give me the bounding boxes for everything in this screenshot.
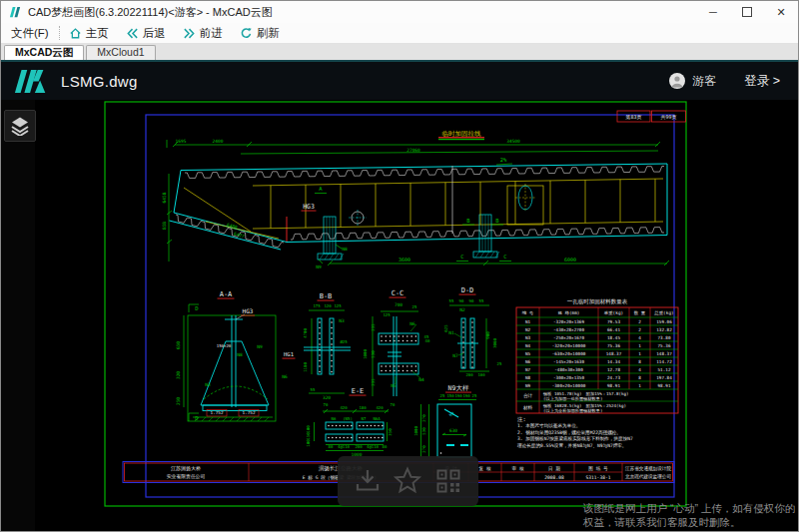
refresh-button[interactable]: 刷新 [240, 26, 280, 41]
cad-label: 6480 [227, 223, 239, 231]
cad-label: 70 [391, 402, 396, 407]
table-cell: N9 [525, 383, 531, 388]
cad-label: 1180 [303, 362, 308, 372]
cad-label: 40 [425, 338, 430, 343]
minimize-button[interactable]: ─ [696, 1, 730, 23]
titleblock-field-label: 复 核 [479, 466, 491, 472]
cad-label: 34500 [506, 139, 520, 144]
favorite-star-icon[interactable] [393, 466, 422, 496]
cad-label: 25 [412, 304, 417, 309]
cad-label: N3 [205, 382, 211, 387]
table-cell: -145×20×1630 [553, 359, 584, 364]
close-button[interactable]: ✕ [764, 1, 798, 23]
table-title: 一孔临时加固材料数量表 [567, 298, 628, 305]
download-icon[interactable] [354, 467, 382, 495]
note-line: 1. 本图尺寸均以毫米为单位。 [517, 423, 580, 429]
beam-elevation-view [167, 138, 669, 266]
cad-label: 270 [421, 445, 426, 453]
table-cell: -300×20×1350 [553, 375, 584, 380]
table-cell: 1 [638, 351, 641, 356]
table-cell: 148.37 [606, 351, 622, 356]
back-label: 后退 [143, 26, 166, 41]
note-line: 理论长度的0.55%设置，并将N8与N7、N9与N7焊牢。 [517, 442, 626, 449]
cad-label: 350 [388, 428, 393, 436]
cad-label: N7 [362, 416, 367, 421]
home-button[interactable]: 主页 [69, 26, 109, 41]
table-header: 数 量 [634, 310, 646, 315]
window-controls: ─ ✕ [696, 1, 798, 23]
header-right: 游客 登录 > [669, 73, 786, 90]
cad-label: 858 [162, 222, 167, 230]
qrcode-icon[interactable] [434, 467, 462, 495]
page-tag: 第83页 [625, 114, 641, 120]
cad-label: 55 [479, 298, 484, 303]
cad-label: C-C [392, 289, 404, 297]
note-line: 3. 加固钢板N7按原梁底板实际线形下料制作，拱度按N7 [517, 435, 633, 442]
cad-label: 100 [306, 439, 311, 447]
table-cell: 18.45 [607, 335, 620, 340]
titleblock-field-label: 图 纸 号 [588, 466, 608, 472]
maximize-button[interactable] [730, 1, 764, 23]
refresh-icon [240, 27, 253, 40]
floating-toolbar [338, 456, 478, 506]
titleblock-company: 实业有限责任公司 [167, 473, 205, 479]
section-a-a [184, 304, 276, 421]
cad-label: 700 [395, 302, 402, 307]
app-header: LSMG.dwg 游客 登录 > [1, 60, 798, 100]
username-label: 游客 [692, 73, 716, 90]
table-cell: 159.06 [656, 319, 672, 324]
table-cell: 1 [638, 383, 641, 388]
cad-label: N2 [459, 307, 465, 312]
generated-cad-geometry [123, 111, 686, 483]
cad-label: (N5) [343, 416, 353, 421]
tab-mxcad-cloud[interactable]: MxCAD云图 [4, 45, 84, 60]
cad-label: 1.752 [211, 410, 224, 415]
cad-label: 90 [469, 298, 474, 303]
table-cell: 51.12 [658, 367, 671, 372]
tab-mxcloud1[interactable]: MxCloud1 [86, 45, 155, 60]
back-button[interactable]: 后退 [126, 26, 166, 41]
cad-label: D [195, 305, 198, 311]
cad-label: C [503, 254, 506, 260]
cad-label: 6458 [162, 192, 167, 203]
cad-label: 3060 [492, 338, 497, 348]
table-cell: N6 [525, 359, 531, 364]
table-cell: 14.34 [607, 359, 620, 364]
back-icon [126, 27, 139, 40]
cad-label: 4@110 [338, 444, 351, 449]
table-cell: 75.36 [607, 343, 620, 348]
cad-label: B-B [320, 292, 333, 300]
cad-label: 235 [371, 323, 376, 331]
forward-button[interactable]: 前进 [183, 26, 223, 41]
note-line: 2. 钢材均采用Q235B钢，螺栓采用M22高强螺栓。 [517, 429, 621, 436]
table-cell: N4 [525, 343, 531, 348]
cad-label: 235 [371, 378, 376, 386]
cad-label: 4@110 [367, 444, 380, 449]
avatar-icon[interactable] [669, 73, 685, 89]
table-cell: 79.53 [607, 319, 620, 324]
forward-icon [183, 27, 196, 40]
table-cell: 2 [638, 319, 641, 324]
cad-label: 900 [485, 331, 490, 339]
cad-label: N9 [257, 344, 263, 349]
cad-label: 200 [355, 444, 363, 449]
copyright-line1: 该图纸是网上用户 “心动” 上传，如有侵权你的 [583, 502, 797, 516]
table-header: 规 格(mm) [558, 310, 580, 315]
login-button[interactable]: 登录 > [744, 73, 780, 90]
table-cell: 8 [638, 375, 641, 380]
cad-label: 190 [454, 393, 462, 398]
cad-label: D [195, 415, 198, 421]
cad-label: 150 [446, 393, 454, 398]
cad-label: E-E [352, 387, 365, 395]
titleblock-field-value: S311-38-1 [586, 475, 611, 480]
cad-label: N9大样 [448, 384, 469, 392]
table-cell: N1 [525, 319, 531, 324]
app-window: CAD梦想画图(6.3.20221114)<游客> - MxCAD云图 ─ ✕ … [0, 0, 799, 532]
cad-label: 3600 [399, 257, 410, 263]
table-cell: -320×20×10000 [552, 343, 586, 348]
cad-label: N1 [448, 330, 454, 335]
home-label: 主页 [86, 26, 109, 41]
file-menu[interactable]: 文件(F) [9, 26, 57, 41]
window-title: CAD梦想画图(6.3.20221114)<游客> - MxCAD云图 [28, 5, 273, 20]
titleblock-field-value: 2008.08 [544, 475, 564, 480]
